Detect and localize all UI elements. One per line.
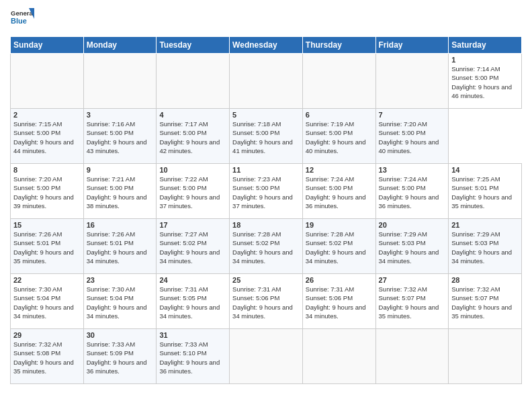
table-row: 25Sunrise: 7:31 AMSunset: 5:06 PMDayligh… (230, 274, 303, 329)
table-row (302, 54, 375, 109)
calendar-week-row: 1Sunrise: 7:14 AMSunset: 5:00 PMDaylight… (11, 54, 522, 109)
day-number: 17 (159, 221, 226, 229)
col-thursday: Thursday (302, 37, 375, 54)
day-number: 9 (87, 166, 154, 174)
day-info: Sunrise: 7:30 AMSunset: 5:04 PMDaylight:… (87, 285, 147, 320)
day-number: 19 (306, 221, 373, 229)
table-row: 22Sunrise: 7:30 AMSunset: 5:04 PMDayligh… (11, 274, 84, 329)
logo: General Blue (10, 7, 34, 31)
col-wednesday: Wednesday (230, 37, 303, 54)
col-tuesday: Tuesday (157, 37, 230, 54)
col-saturday: Saturday (449, 37, 522, 54)
table-row: 20Sunrise: 7:29 AMSunset: 5:03 PMDayligh… (375, 219, 449, 274)
day-number: 11 (232, 166, 300, 174)
day-number: 6 (306, 111, 373, 119)
table-row: 27Sunrise: 7:32 AMSunset: 5:07 PMDayligh… (375, 274, 449, 329)
day-info: Sunrise: 7:32 AMSunset: 5:07 PMDaylight:… (451, 285, 512, 320)
day-number: 3 (87, 111, 154, 119)
day-info: Sunrise: 7:32 AMSunset: 5:08 PMDaylight:… (13, 340, 74, 375)
day-info: Sunrise: 7:24 AMSunset: 5:00 PMDaylight:… (306, 175, 366, 210)
table-row: 11Sunrise: 7:23 AMSunset: 5:00 PMDayligh… (230, 164, 303, 219)
header: General Blue (10, 7, 522, 31)
day-number: 30 (87, 331, 154, 339)
table-row (375, 329, 449, 384)
day-info: Sunrise: 7:28 AMSunset: 5:02 PMDaylight:… (232, 230, 293, 265)
table-row: 29Sunrise: 7:32 AMSunset: 5:08 PMDayligh… (11, 329, 84, 384)
day-info: Sunrise: 7:25 AMSunset: 5:01 PMDaylight:… (451, 175, 512, 210)
day-info: Sunrise: 7:14 AMSunset: 5:00 PMDaylight:… (451, 65, 512, 99)
day-info: Sunrise: 7:24 AMSunset: 5:00 PMDaylight:… (379, 175, 439, 210)
day-info: Sunrise: 7:33 AMSunset: 5:09 PMDaylight:… (87, 340, 147, 375)
day-number: 10 (159, 166, 226, 174)
day-number: 24 (159, 276, 226, 284)
table-row: 9Sunrise: 7:21 AMSunset: 5:00 PMDaylight… (83, 164, 157, 219)
day-info: Sunrise: 7:31 AMSunset: 5:05 PMDaylight:… (159, 285, 220, 320)
calendar-week-row: 15Sunrise: 7:26 AMSunset: 5:01 PMDayligh… (11, 219, 522, 274)
table-row (157, 54, 230, 109)
day-info: Sunrise: 7:31 AMSunset: 5:06 PMDaylight:… (232, 285, 293, 320)
day-info: Sunrise: 7:29 AMSunset: 5:03 PMDaylight:… (451, 230, 512, 265)
col-sunday: Sunday (11, 37, 84, 54)
day-number: 22 (13, 276, 81, 284)
day-info: Sunrise: 7:15 AMSunset: 5:00 PMDaylight:… (13, 120, 74, 154)
table-row (230, 54, 303, 109)
table-row: 7Sunrise: 7:20 AMSunset: 5:00 PMDaylight… (375, 109, 449, 164)
table-row: 14Sunrise: 7:25 AMSunset: 5:01 PMDayligh… (449, 164, 522, 219)
table-row: 10Sunrise: 7:22 AMSunset: 5:00 PMDayligh… (157, 164, 230, 219)
day-info: Sunrise: 7:20 AMSunset: 5:00 PMDaylight:… (13, 175, 74, 210)
table-row: 5Sunrise: 7:18 AMSunset: 5:00 PMDaylight… (230, 109, 303, 164)
day-number: 2 (13, 111, 81, 119)
table-row (449, 329, 522, 384)
table-row: 28Sunrise: 7:32 AMSunset: 5:07 PMDayligh… (449, 274, 522, 329)
table-row: 4Sunrise: 7:17 AMSunset: 5:00 PMDaylight… (157, 109, 230, 164)
day-info: Sunrise: 7:31 AMSunset: 5:06 PMDaylight:… (306, 285, 366, 320)
col-monday: Monday (83, 37, 157, 54)
calendar-week-row: 22Sunrise: 7:30 AMSunset: 5:04 PMDayligh… (11, 274, 522, 329)
svg-text:Blue: Blue (11, 17, 27, 25)
calendar-header-row: Sunday Monday Tuesday Wednesday Thursday… (11, 37, 522, 54)
calendar-week-row: 2Sunrise: 7:15 AMSunset: 5:00 PMDaylight… (11, 109, 522, 164)
day-info: Sunrise: 7:23 AMSunset: 5:00 PMDaylight:… (232, 175, 293, 210)
day-number: 15 (13, 221, 81, 229)
table-row: 12Sunrise: 7:24 AMSunset: 5:00 PMDayligh… (302, 164, 375, 219)
table-row: 3Sunrise: 7:16 AMSunset: 5:00 PMDaylight… (83, 109, 157, 164)
day-number: 4 (159, 111, 226, 119)
day-info: Sunrise: 7:20 AMSunset: 5:00 PMDaylight:… (379, 120, 439, 154)
calendar-table: Sunday Monday Tuesday Wednesday Thursday… (10, 36, 522, 384)
table-row: 21Sunrise: 7:29 AMSunset: 5:03 PMDayligh… (449, 219, 522, 274)
day-info: Sunrise: 7:17 AMSunset: 5:00 PMDaylight:… (159, 120, 220, 154)
table-row (11, 54, 84, 109)
day-number: 20 (379, 221, 446, 229)
table-row (375, 54, 449, 109)
table-row (230, 329, 303, 384)
day-number: 13 (379, 166, 446, 174)
table-row: 13Sunrise: 7:24 AMSunset: 5:00 PMDayligh… (375, 164, 449, 219)
day-number: 31 (159, 331, 226, 339)
table-row: 24Sunrise: 7:31 AMSunset: 5:05 PMDayligh… (157, 274, 230, 329)
day-number: 1 (451, 56, 519, 64)
day-number: 29 (13, 331, 81, 339)
calendar-page: General Blue Sunday Monday Tuesday Wedne… (0, 0, 532, 411)
table-row: 30Sunrise: 7:33 AMSunset: 5:09 PMDayligh… (83, 329, 157, 384)
day-info: Sunrise: 7:26 AMSunset: 5:01 PMDaylight:… (87, 230, 147, 265)
table-row: 2Sunrise: 7:15 AMSunset: 5:00 PMDaylight… (11, 109, 84, 164)
table-row: 17Sunrise: 7:27 AMSunset: 5:02 PMDayligh… (157, 219, 230, 274)
day-info: Sunrise: 7:30 AMSunset: 5:04 PMDaylight:… (13, 285, 74, 320)
day-info: Sunrise: 7:33 AMSunset: 5:10 PMDaylight:… (159, 340, 220, 375)
day-number: 16 (87, 221, 154, 229)
calendar-week-row: 29Sunrise: 7:32 AMSunset: 5:08 PMDayligh… (11, 329, 522, 384)
table-row (302, 329, 375, 384)
table-row (83, 54, 157, 109)
table-row: 15Sunrise: 7:26 AMSunset: 5:01 PMDayligh… (11, 219, 84, 274)
table-row: 8Sunrise: 7:20 AMSunset: 5:00 PMDaylight… (11, 164, 84, 219)
col-friday: Friday (375, 37, 449, 54)
table-row: 31Sunrise: 7:33 AMSunset: 5:10 PMDayligh… (157, 329, 230, 384)
day-info: Sunrise: 7:18 AMSunset: 5:00 PMDaylight:… (232, 120, 293, 154)
day-info: Sunrise: 7:27 AMSunset: 5:02 PMDaylight:… (159, 230, 220, 265)
calendar-week-row: 8Sunrise: 7:20 AMSunset: 5:00 PMDaylight… (11, 164, 522, 219)
day-number: 18 (232, 221, 300, 229)
day-info: Sunrise: 7:28 AMSunset: 5:02 PMDaylight:… (306, 230, 366, 265)
table-row: 18Sunrise: 7:28 AMSunset: 5:02 PMDayligh… (230, 219, 303, 274)
table-row: 16Sunrise: 7:26 AMSunset: 5:01 PMDayligh… (83, 219, 157, 274)
day-number: 25 (232, 276, 300, 284)
